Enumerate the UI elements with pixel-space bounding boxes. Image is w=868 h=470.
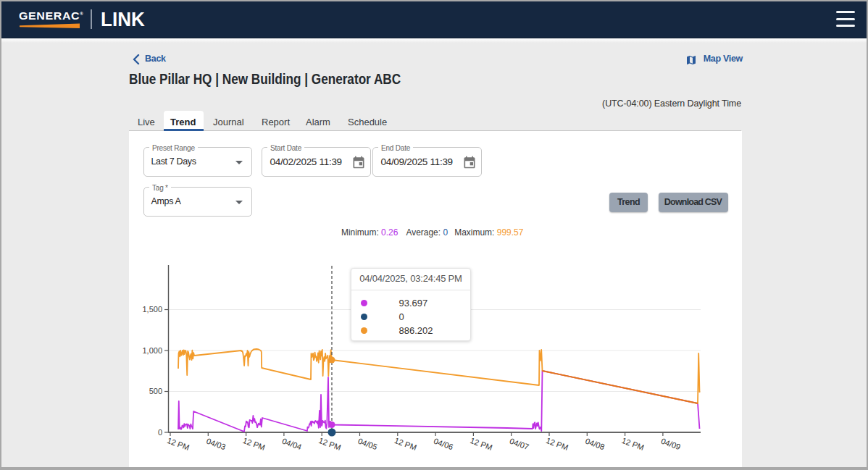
svg-text:12 PM: 12 PM — [317, 436, 342, 452]
svg-text:12 PM: 12 PM — [166, 436, 191, 452]
svg-text:04/05: 04/05 — [357, 437, 379, 452]
svg-text:04/04: 04/04 — [281, 437, 303, 452]
svg-text:12 PM: 12 PM — [242, 436, 267, 452]
svg-text:04/03: 04/03 — [205, 437, 227, 452]
svg-text:1,500: 1,500 — [142, 305, 162, 314]
svg-text:12 PM: 12 PM — [621, 436, 646, 452]
svg-text:500: 500 — [149, 387, 162, 395]
svg-text:12 PM: 12 PM — [469, 436, 493, 452]
svg-text:04/09: 04/09 — [660, 437, 682, 452]
svg-text:12 PM: 12 PM — [393, 436, 418, 452]
svg-text:12 PM: 12 PM — [545, 436, 569, 452]
svg-text:1,000: 1,000 — [142, 346, 162, 355]
svg-text:04/07: 04/07 — [509, 437, 530, 452]
svg-text:04/08: 04/08 — [584, 437, 606, 452]
svg-text:04/06: 04/06 — [433, 437, 454, 452]
svg-text:0: 0 — [158, 428, 162, 437]
